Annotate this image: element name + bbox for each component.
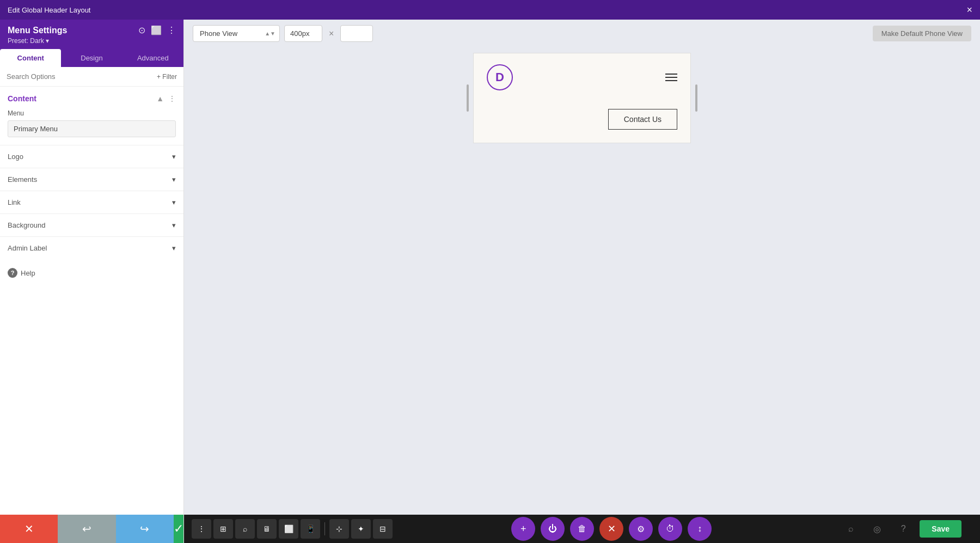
preview-logo: D (487, 64, 513, 90)
collapse-icon[interactable]: ▲ (156, 94, 164, 103)
confirm-button[interactable]: ✓ (174, 515, 183, 543)
delete-button[interactable]: 🗑 (570, 517, 594, 541)
tab-advanced[interactable]: Advanced (122, 49, 183, 67)
content-section-title: Content (8, 94, 36, 103)
title-bar: Edit Global Header Layout × (0, 0, 980, 20)
clock-button[interactable]: ⏱ (658, 517, 682, 541)
x-button[interactable]: ✕ (599, 517, 623, 541)
logo-letter: D (495, 70, 504, 84)
view-select[interactable]: Phone View Tablet View Desktop View (193, 25, 280, 42)
collapsible-elements[interactable]: Elements ▾ (0, 168, 183, 191)
redo-button[interactable]: ↪ (116, 515, 174, 543)
sidebar-content: Content ▲ ⋮ Menu Primary Menu Logo ▾ El (0, 87, 183, 515)
help-label: Help (21, 269, 35, 277)
background-chevron: ▾ (172, 221, 176, 229)
collapsible-link[interactable]: Link ▾ (0, 191, 183, 213)
tablet-view-button[interactable]: ⬜ (279, 519, 298, 539)
admin-label-label: Admin Label (8, 244, 47, 252)
ai-button[interactable]: ✦ (351, 519, 371, 539)
canvas-toolbar: Phone View Tablet View Desktop View ▲▼ ×… (184, 20, 980, 47)
menu-label: Menu (0, 108, 183, 120)
search-icon-btn[interactable]: ⌕ (841, 519, 861, 539)
cancel-icon: ✕ (24, 522, 34, 535)
collapsible-background[interactable]: Background ▾ (0, 213, 183, 236)
sidebar-header-top: Menu Settings ⊙ ⬜ ⋮ (8, 25, 176, 35)
more-options-button[interactable]: ⋮ (192, 519, 211, 539)
contact-us-button[interactable]: Contact Us (608, 109, 677, 130)
view-select-wrap: Phone View Tablet View Desktop View ▲▼ (193, 25, 280, 42)
elements-label: Elements (8, 175, 37, 184)
bottom-toolbar: ⋮ ⊞ ⌕ 🖥 ⬜ 📱 ⊹ ✦ ⊟ + ⏻ 🗑 ✕ ⚙ ⏱ ↕ ⌕ ◎ ? Sa… (184, 515, 980, 543)
search-input[interactable] (7, 72, 152, 81)
sidebar-title: Menu Settings (8, 26, 67, 35)
grid-view-button[interactable]: ⊞ (213, 519, 233, 539)
grid-button[interactable]: ⊟ (373, 519, 393, 539)
content-section-header: Content ▲ ⋮ (0, 87, 183, 108)
logo-chevron: ▾ (172, 152, 176, 161)
help-row[interactable]: ? Help (0, 259, 183, 286)
main-layout: Menu Settings ⊙ ⬜ ⋮ Preset: Dark Content… (0, 20, 980, 543)
mobile-view-button[interactable]: 📱 (301, 519, 320, 539)
undo-button[interactable]: ↩ (58, 515, 115, 543)
hamburger-line-2 (665, 77, 677, 78)
preview-nav: Contact Us (474, 101, 690, 143)
menu-select[interactable]: Primary Menu (8, 120, 176, 137)
undo-icon: ↩ (82, 522, 91, 535)
question-icon-btn[interactable]: ? (893, 519, 913, 539)
sidebar-action-bar: ✕ ↩ ↪ ✓ (0, 515, 183, 543)
search-button[interactable]: ⌕ (235, 519, 255, 539)
collapsible-logo[interactable]: Logo ▾ (0, 145, 183, 168)
sidebar-header: Menu Settings ⊙ ⬜ ⋮ Preset: Dark (0, 20, 183, 49)
power-button[interactable]: ⏻ (541, 517, 565, 541)
sidebar-tabs: Content Design Advanced (0, 49, 183, 67)
section-more-icon[interactable]: ⋮ (168, 94, 176, 103)
filter-button[interactable]: + Filter (157, 73, 177, 81)
gear-button[interactable]: ⚙ (629, 517, 653, 541)
cancel-button[interactable]: ✕ (0, 515, 58, 543)
resize-handle-right[interactable] (695, 84, 697, 112)
width-input[interactable] (284, 25, 322, 42)
sidebar-header-icons: ⊙ ⬜ ⋮ (138, 25, 176, 35)
preview-container: D Contact Us (184, 47, 980, 515)
preview-header: D (474, 53, 690, 101)
help-circle-icon: ? (8, 268, 17, 278)
menu-select-wrap: Primary Menu (0, 120, 183, 145)
hamburger-icon[interactable] (665, 74, 677, 81)
circle-icon-btn[interactable]: ◎ (867, 519, 887, 539)
close-button[interactable]: × (966, 5, 972, 15)
resize-handle-left[interactable] (467, 84, 469, 112)
hamburger-line-3 (665, 80, 677, 81)
background-label: Background (8, 221, 45, 229)
collapsible-admin-label[interactable]: Admin Label ▾ (0, 236, 183, 259)
confirm-icon: ✓ (174, 522, 183, 536)
title-bar-text: Edit Global Header Layout (8, 6, 90, 14)
add-element-button[interactable]: + (511, 517, 535, 541)
section-icons: ▲ ⋮ (156, 94, 176, 103)
extra-input[interactable] (340, 25, 373, 42)
more-icon[interactable]: ⋮ (167, 25, 176, 35)
admin-label-chevron: ▾ (172, 244, 176, 252)
sort-button[interactable]: ↕ (688, 517, 712, 541)
bottom-right-icons: ⌕ ◎ ? Save (830, 519, 972, 539)
link-label: Link (8, 198, 21, 206)
tab-design[interactable]: Design (61, 49, 122, 67)
tab-content[interactable]: Content (0, 49, 61, 67)
layout-icon[interactable]: ⬜ (151, 25, 162, 35)
toolbar-separator-1 (324, 522, 325, 535)
logo-label: Logo (8, 152, 23, 161)
clear-width-button[interactable]: × (327, 27, 336, 41)
canvas-area: Phone View Tablet View Desktop View ▲▼ ×… (184, 20, 980, 543)
settings-icon[interactable]: ⊙ (138, 25, 145, 35)
add-section-button[interactable]: ⊹ (329, 519, 349, 539)
redo-icon: ↪ (140, 522, 149, 535)
link-chevron: ▾ (172, 198, 176, 206)
preview-frame: D Contact Us (473, 53, 691, 143)
hamburger-line-1 (665, 74, 677, 75)
save-button[interactable]: Save (920, 520, 961, 538)
desktop-view-button[interactable]: 🖥 (257, 519, 277, 539)
sidebar-preset[interactable]: Preset: Dark (8, 37, 176, 45)
preview-wrapper: D Contact Us (473, 53, 691, 143)
sidebar-search: + Filter (0, 67, 183, 87)
elements-chevron: ▾ (172, 175, 176, 184)
make-default-button[interactable]: Make Default Phone View (873, 26, 971, 41)
